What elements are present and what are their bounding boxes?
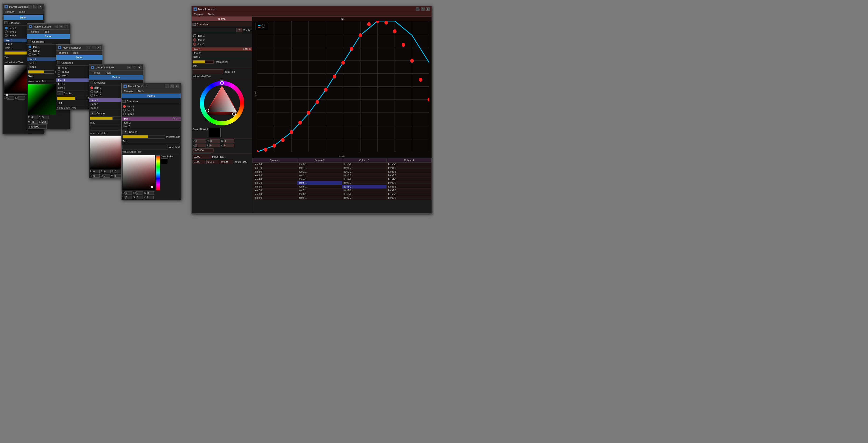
button-5[interactable]: Button bbox=[122, 94, 181, 98]
minimize-btn-3[interactable]: ─ bbox=[87, 46, 90, 49]
g-input-4[interactable] bbox=[104, 170, 111, 173]
minimize-btn-5[interactable]: ─ bbox=[165, 85, 168, 88]
button-3[interactable]: Button bbox=[56, 55, 102, 60]
maximize-btn-5[interactable]: □ bbox=[170, 85, 174, 88]
checkbox-4[interactable] bbox=[90, 81, 93, 84]
b-input-4[interactable] bbox=[114, 170, 121, 173]
table-row[interactable]: Item7-0Item7-1Item7-2Item7-3 bbox=[252, 189, 432, 193]
maximize-btn-2[interactable]: □ bbox=[59, 25, 63, 28]
r-input-4[interactable] bbox=[93, 170, 100, 173]
combo-btn-4[interactable]: ▼ bbox=[90, 111, 95, 115]
list-item-5-3[interactable]: item 3 bbox=[122, 124, 181, 128]
close-btn-3[interactable]: ✕ bbox=[97, 46, 101, 49]
v-input-right[interactable] bbox=[224, 144, 234, 147]
float3-input2-right[interactable] bbox=[206, 160, 219, 164]
combo-btn-5[interactable]: ▼ bbox=[123, 130, 128, 134]
maximize-btn-4[interactable]: □ bbox=[132, 66, 136, 69]
hex-input-right[interactable] bbox=[192, 148, 214, 152]
s-input-5[interactable] bbox=[136, 196, 143, 199]
radio-item-r-1[interactable]: Item 1 bbox=[192, 34, 252, 38]
close-btn-5[interactable]: ✕ bbox=[175, 85, 179, 88]
v-input-4[interactable] bbox=[114, 174, 121, 178]
table-row[interactable]: Item6-0 Item6-1 Item6-2 Item6-3 bbox=[252, 185, 432, 189]
menu-tools-5[interactable]: Tools bbox=[137, 90, 145, 93]
button-1[interactable]: Button bbox=[3, 15, 43, 20]
radio-item-r-3[interactable]: item 3 bbox=[192, 42, 252, 46]
menu-themes-2[interactable]: Themes bbox=[29, 30, 40, 33]
menu-themes-right[interactable]: Themes bbox=[193, 12, 204, 16]
checkbox-right[interactable] bbox=[192, 23, 195, 26]
minimize-btn-right[interactable]: ─ bbox=[416, 7, 420, 11]
menu-tools-1[interactable]: Tools bbox=[18, 10, 26, 13]
h-input-5[interactable] bbox=[125, 196, 132, 199]
table-row[interactable]: Item5-0 Item5-1 Item5-2 Item5-3 bbox=[252, 181, 432, 185]
r-input-2[interactable] bbox=[31, 116, 38, 119]
minimize-btn-2[interactable]: ─ bbox=[54, 25, 58, 28]
listbox-item-r-2[interactable]: Item 2 bbox=[192, 51, 252, 55]
g-input-5[interactable] bbox=[136, 191, 143, 195]
r-input-right[interactable] bbox=[195, 140, 206, 143]
b-input-right[interactable] bbox=[224, 140, 234, 143]
h-input-right[interactable] bbox=[195, 144, 206, 147]
table-row[interactable]: Item4-0Item4-1Item4-2Item4-3 bbox=[252, 177, 432, 181]
r-input-5[interactable] bbox=[125, 191, 132, 195]
float3-input3-right[interactable] bbox=[220, 160, 233, 164]
color-spectrum-1[interactable] bbox=[4, 65, 30, 93]
list-item-5-2[interactable]: Item 2 bbox=[122, 121, 181, 124]
s-input-right[interactable] bbox=[209, 144, 220, 147]
menu-themes-3[interactable]: Themes bbox=[58, 51, 69, 54]
close-btn-2[interactable]: ✕ bbox=[64, 25, 68, 28]
close-btn-1[interactable]: ✕ bbox=[38, 5, 42, 8]
table-row[interactable]: Item2-0Item2-1Item2-2Item2-3 bbox=[252, 170, 432, 174]
checkbox-1[interactable] bbox=[4, 21, 7, 24]
table-row[interactable]: Item8-0Item8-1Item8-2Item8-3 bbox=[252, 193, 432, 196]
maximize-btn-1[interactable]: □ bbox=[33, 5, 37, 8]
radio-item-5-1[interactable]: Item 1 bbox=[122, 105, 181, 108]
button-4[interactable]: Button bbox=[89, 75, 143, 80]
menu-themes-4[interactable]: Themes bbox=[90, 71, 101, 74]
color-spectrum-2[interactable] bbox=[28, 84, 56, 115]
hex-input-2[interactable] bbox=[28, 124, 47, 129]
maximize-btn-right[interactable]: □ bbox=[421, 7, 425, 11]
color-wheel-container[interactable] bbox=[198, 80, 245, 126]
v-input-5[interactable] bbox=[147, 196, 154, 199]
minimize-btn-4[interactable]: ─ bbox=[127, 66, 131, 69]
button-right[interactable]: Button bbox=[192, 17, 252, 21]
table-row[interactable]: Item1-0Item1-1Item1-2Item1-3 bbox=[252, 166, 432, 170]
minimize-btn-1[interactable]: ─ bbox=[28, 5, 32, 8]
g-input-right[interactable] bbox=[210, 140, 220, 143]
input-text-right[interactable] bbox=[192, 69, 223, 74]
close-btn-right[interactable]: ✕ bbox=[426, 7, 430, 11]
s-input-2[interactable] bbox=[41, 120, 48, 123]
float3-input1-right[interactable] bbox=[192, 160, 206, 164]
listbox-item-r-3[interactable]: item 3 bbox=[192, 55, 252, 59]
menu-tools-2[interactable]: Tools bbox=[42, 30, 51, 33]
checkbox-2[interactable] bbox=[28, 40, 31, 43]
radio-item-5-3[interactable]: item 3 bbox=[122, 112, 181, 116]
table-row[interactable]: Item0-0Item0-1Item0-2Item0-3 bbox=[252, 163, 432, 166]
button-2[interactable]: Button bbox=[27, 34, 70, 39]
float-input-right[interactable] bbox=[192, 155, 211, 159]
g-input-1[interactable] bbox=[18, 96, 25, 100]
menu-tools-4[interactable]: Tools bbox=[104, 71, 112, 74]
table-row[interactable]: Item3-0Item3-1Item3-2Item3-3 bbox=[252, 174, 432, 177]
input-text-5[interactable] bbox=[123, 145, 168, 149]
checkbox-3[interactable] bbox=[57, 61, 60, 64]
color-picker-5[interactable] bbox=[123, 155, 160, 190]
combo-btn-right[interactable]: ▼ bbox=[237, 28, 242, 32]
radio-item-5-2[interactable]: Item 2 bbox=[122, 108, 181, 112]
menu-tools-3[interactable]: Tools bbox=[72, 51, 80, 54]
slider-thumb-1[interactable] bbox=[6, 94, 8, 96]
close-btn-4[interactable]: ✕ bbox=[138, 66, 142, 69]
s-input-4[interactable] bbox=[103, 174, 110, 178]
g-input-2[interactable] bbox=[42, 116, 49, 119]
combo-btn-3[interactable]: ▼ bbox=[57, 91, 63, 95]
b-input-5[interactable] bbox=[147, 191, 154, 195]
r-input-1[interactable] bbox=[7, 96, 14, 100]
table-row[interactable]: Item9-0Item9-1Item9-2Item9-3 bbox=[252, 196, 432, 200]
menu-themes-1[interactable]: Themes bbox=[4, 10, 15, 13]
menu-themes-5[interactable]: Themes bbox=[123, 90, 134, 93]
maximize-btn-3[interactable]: □ bbox=[92, 46, 95, 49]
menu-tools-right[interactable]: Tools bbox=[207, 12, 215, 16]
h-input-4[interactable] bbox=[93, 174, 100, 178]
